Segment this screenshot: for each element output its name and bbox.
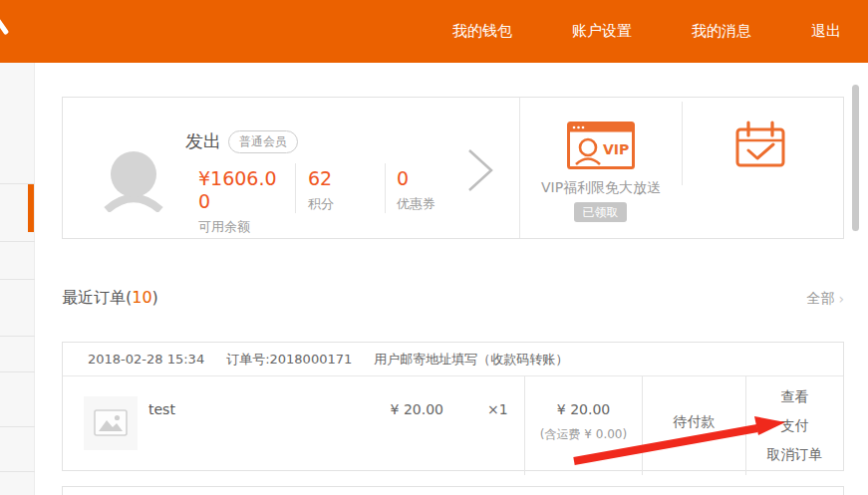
checkin-calendar-icon[interactable] — [734, 120, 786, 169]
avatar — [104, 148, 163, 212]
balance-stat[interactable]: ¥1606.00 可用余额 — [198, 167, 282, 236]
top-nav: 我的钱包 账户设置 我的消息 退出 — [452, 0, 841, 63]
divider — [682, 102, 683, 185]
claimed-button[interactable]: 已领取 — [574, 202, 627, 222]
section-title-prefix: 最近订单( — [62, 288, 132, 307]
next-order-card-partial — [62, 486, 844, 495]
product-thumbnail[interactable] — [84, 396, 138, 450]
nav-account-settings[interactable]: 账户设置 — [572, 22, 632, 41]
order-note: 用户邮寄地址填写（收款码转账） — [374, 351, 568, 369]
order-actions-cell: 查看 支付 取消订单 — [745, 376, 843, 475]
sidebar — [0, 63, 35, 495]
member-level-badge: 普通会员 — [228, 130, 298, 153]
view-all-link[interactable]: 全部› — [806, 290, 844, 308]
username: 发出 — [185, 129, 221, 153]
balance-label: 可用余额 — [198, 218, 282, 236]
coupons-label: 优惠券 — [397, 195, 435, 213]
nav-logout[interactable]: 退出 — [811, 22, 841, 41]
order-status: 待付款 — [674, 413, 716, 429]
nav-my-messages[interactable]: 我的消息 — [692, 22, 751, 41]
coupons-value: 0 — [397, 167, 435, 190]
recent-orders-header: 最近订单(10) 全部› — [62, 288, 844, 310]
divider — [385, 163, 386, 213]
order-total: ¥ 20.00 — [525, 401, 642, 417]
order-number: 订单号:2018000171 — [226, 351, 352, 369]
user-info-card: 发出 普通会员 ¥1606.00 可用余额 62 积分 0 优惠券 VIP — [62, 97, 844, 239]
top-header: 我的钱包 账户设置 我的消息 退出 — [0, 0, 868, 63]
product-unit-price: ¥ 20.00 — [362, 401, 443, 417]
scrollbar-thumb[interactable] — [852, 85, 859, 231]
section-title: 最近订单(10) — [62, 288, 158, 307]
points-label: 积分 — [308, 195, 334, 213]
page: 我的钱包 账户设置 我的消息 退出 发出 普通会员 ¥1606.00 可用余额 — [0, 0, 868, 495]
view-all-label: 全部 — [806, 290, 834, 308]
chevron-right-icon[interactable] — [465, 147, 495, 193]
order-row: test ¥ 20.00 ×1 ¥ 20.00 (含运费 ¥ 0.00) 待付款… — [63, 376, 843, 471]
chevron-right-icon: › — [838, 291, 844, 307]
section-title-suffix: ) — [152, 288, 158, 307]
order-datetime: 2018-02-28 15:34 — [88, 352, 204, 367]
coupons-stat[interactable]: 0 优惠券 — [397, 167, 435, 213]
shipping-note: (含运费 ¥ 0.00) — [525, 426, 642, 443]
product-name[interactable]: test — [148, 401, 175, 417]
nav-my-wallet[interactable]: 我的钱包 — [452, 22, 512, 41]
sidebar-item[interactable] — [0, 241, 35, 242]
vip-promo-title: VIP福利限免大放送 — [520, 179, 682, 197]
pay-order-link[interactable]: 支付 — [746, 417, 843, 435]
order-card-header: 2018-02-28 15:34 订单号:2018000171 用户邮寄地址填写… — [63, 343, 843, 376]
sidebar-item[interactable] — [0, 371, 35, 372]
points-value: 62 — [308, 167, 334, 190]
sidebar-item[interactable] — [0, 426, 35, 427]
sidebar-item[interactable] — [0, 336, 35, 337]
divider — [519, 98, 520, 238]
sidebar-active-indicator — [28, 184, 34, 232]
image-placeholder-icon — [94, 409, 128, 437]
product-quantity: ×1 — [487, 401, 508, 417]
cancel-order-link[interactable]: 取消订单 — [746, 446, 843, 464]
sidebar-item[interactable] — [0, 279, 35, 280]
divider — [295, 163, 296, 213]
vip-browser-icon: VIP — [567, 122, 635, 169]
points-stat[interactable]: 62 积分 — [308, 167, 334, 213]
balance-value: ¥1606.00 — [198, 167, 282, 213]
sidebar-item[interactable] — [0, 471, 35, 472]
order-status-cell: 待付款 — [642, 376, 745, 475]
view-order-link[interactable]: 查看 — [746, 388, 843, 406]
order-product-cell: test ¥ 20.00 ×1 — [63, 376, 524, 475]
order-count: 10 — [132, 288, 151, 307]
logo-fragment-icon — [0, 18, 9, 36]
order-total-cell: ¥ 20.00 (含运费 ¥ 0.00) — [524, 376, 642, 475]
order-card: 2018-02-28 15:34 订单号:2018000171 用户邮寄地址填写… — [62, 342, 844, 471]
svg-text:VIP: VIP — [603, 141, 629, 157]
